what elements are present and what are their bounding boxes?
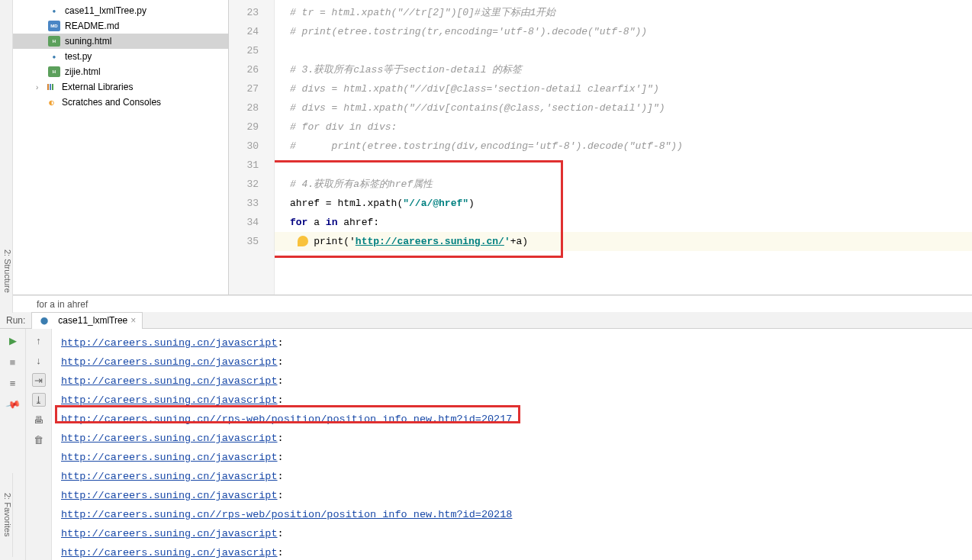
file-name: zijie.html <box>65 66 101 77</box>
intention-bulb-icon[interactable] <box>298 236 308 246</box>
line-number: 25 <box>229 41 274 60</box>
code-line[interactable]: # print(etree.tostring(tr,encoding='utf-… <box>275 22 972 41</box>
layout-button[interactable]: ≡ <box>6 376 20 390</box>
file-name: suning.html <box>65 36 111 47</box>
code-line[interactable]: # divs = html.xpath("//div[@class='secti… <box>275 79 972 98</box>
console-link[interactable]: http://careers.suning.cn/javascript <box>61 337 278 349</box>
console-link[interactable]: http://careers.suning.cn/javascript <box>61 528 278 539</box>
rerun-button[interactable]: ▶ <box>6 333 20 347</box>
line-number: 27 <box>229 79 274 98</box>
console-link[interactable]: http://careers.suning.cn/javascript <box>61 356 278 368</box>
code-line[interactable]: # tr = html.xpath("//tr[2]")[0]#这里下标由1开始 <box>275 3 972 22</box>
line-number: 23 <box>229 3 274 22</box>
markdown-file-icon: MD <box>48 21 60 31</box>
html-file-icon: H <box>48 36 60 47</box>
tree-file[interactable]: Hsuning.html <box>13 34 228 49</box>
python-file-icon: ● <box>48 51 60 62</box>
console-link[interactable]: http://careers.suning.cn/javascript <box>61 394 278 406</box>
breadcrumb[interactable]: for a in ahref <box>0 295 972 312</box>
run-tab-name: case11_lxmlTree <box>58 315 127 326</box>
console-line: http://careers.suning.cn/javascript: <box>61 543 972 560</box>
tree-file[interactable]: ●test.py <box>13 49 228 64</box>
scratches-consoles[interactable]: ◐Scratches and Consoles <box>13 95 228 110</box>
code-line[interactable]: # 4.获取所有a标签的href属性 <box>275 175 972 194</box>
code-editor[interactable]: # tr = html.xpath("//tr[2]")[0]#这里下标由1开始… <box>275 0 972 294</box>
tree-file[interactable]: Hzijie.html <box>13 64 228 79</box>
structure-tab[interactable]: 2: Structure <box>0 229 13 313</box>
console-output[interactable]: http://careers.suning.cn/javascript:http… <box>52 329 972 560</box>
code-line[interactable]: # print(etree.tostring(div,encoding='utf… <box>275 137 972 156</box>
code-line[interactable]: # 3.获取所有class等于section-detail 的标签 <box>275 60 972 79</box>
line-number: 32 <box>229 175 274 194</box>
project-tree-panel: ●case11_lxmlTree.pyMDREADME.mdHsuning.ht… <box>0 0 229 294</box>
scratches-icon: ◐ <box>45 97 57 108</box>
code-line[interactable]: for a in ahref: <box>275 213 972 232</box>
svg-rect-1 <box>50 84 51 90</box>
console-line: http://careers.suning.cn/javascript: <box>61 372 972 391</box>
line-number: 24 <box>229 22 274 41</box>
code-line[interactable]: ahref = html.xpath("//a/@href") <box>275 194 972 213</box>
close-icon[interactable]: × <box>130 315 136 326</box>
library-icon <box>45 82 57 92</box>
tree-file[interactable]: ●case11_lxmlTree.py <box>13 3 228 18</box>
file-name: README.md <box>65 21 119 31</box>
code-line[interactable] <box>275 156 972 175</box>
code-line[interactable] <box>275 41 972 60</box>
line-number: 33 <box>229 194 274 213</box>
html-file-icon: H <box>48 66 60 77</box>
run-tab[interactable]: ⬤ case11_lxmlTree × <box>31 312 143 329</box>
console-line: http://careers.suning.cn/javascript: <box>61 391 972 410</box>
up-button[interactable]: ↑ <box>32 333 46 347</box>
scratches-label: Scratches and Consoles <box>62 97 161 108</box>
svg-rect-2 <box>52 84 53 90</box>
console-line: http://careers.suning.cn/javascript: <box>61 429 972 448</box>
svg-rect-0 <box>47 84 49 90</box>
python-file-icon: ● <box>48 5 60 16</box>
editor-gutter: 23242526272829303132333435 <box>229 0 275 294</box>
code-line[interactable]: # for div in divs: <box>275 117 972 137</box>
line-number: 35 <box>229 232 274 251</box>
console-link[interactable]: http://careers.suning.cn/javascript <box>61 433 278 444</box>
console-line: http://careers.suning.cn//rps-web/positi… <box>61 410 972 429</box>
console-line: http://careers.suning.cn//rps-web/positi… <box>61 505 972 524</box>
line-number: 30 <box>229 137 274 156</box>
code-line[interactable]: print('http://careers.suning.cn/'+a) <box>275 232 972 251</box>
console-line: http://careers.suning.cn/javascript: <box>61 448 972 467</box>
python-icon: ⬤ <box>38 315 50 326</box>
scroll-end-button[interactable]: ⤓ <box>32 393 46 407</box>
console-link[interactable]: http://careers.suning.cn//rps-web/positi… <box>61 414 512 425</box>
console-line: http://careers.suning.cn/javascript: <box>61 486 972 505</box>
line-number: 34 <box>229 213 274 232</box>
external-libraries[interactable]: ›External Libraries <box>13 79 228 95</box>
run-label: Run: <box>0 315 31 326</box>
chevron-right-icon: › <box>36 83 45 92</box>
console-link[interactable]: http://careers.suning.cn/javascript <box>61 452 278 463</box>
console-link[interactable]: http://careers.suning.cn/javascript <box>61 490 278 501</box>
soft-wrap-button[interactable]: ⇥ <box>32 373 46 387</box>
console-line: http://careers.suning.cn/javascript: <box>61 333 972 352</box>
console-line: http://careers.suning.cn/javascript: <box>61 524 972 543</box>
file-name: test.py <box>65 51 92 62</box>
lib-label: External Libraries <box>62 82 133 92</box>
tree-file[interactable]: MDREADME.md <box>13 18 228 34</box>
print-button[interactable]: 🖶 <box>32 413 46 426</box>
line-number: 29 <box>229 117 274 137</box>
run-toolbar-right: ↑ ↓ ⇥ ⤓ 🖶 🗑 <box>26 329 52 560</box>
favorites-tab[interactable]: 2: Favorites <box>0 473 13 557</box>
line-number: 31 <box>229 156 274 175</box>
down-button[interactable]: ↓ <box>32 353 46 367</box>
stop-button[interactable]: ■ <box>6 355 20 369</box>
code-line[interactable]: # divs = html.xpath("//div[contains(@cla… <box>275 98 972 117</box>
trash-button[interactable]: 🗑 <box>32 433 46 446</box>
console-link[interactable]: http://careers.suning.cn/javascript <box>61 375 278 387</box>
console-link[interactable]: http://careers.suning.cn/javascript <box>61 547 278 558</box>
run-tab-bar: Run: ⬤ case11_lxmlTree × <box>0 312 972 329</box>
file-name: case11_lxmlTree.py <box>65 5 146 16</box>
pin-button[interactable]: 📌 <box>3 395 22 414</box>
console-line: http://careers.suning.cn/javascript: <box>61 352 972 372</box>
console-link[interactable]: http://careers.suning.cn/javascript <box>61 471 278 482</box>
line-number: 26 <box>229 60 274 79</box>
line-number: 28 <box>229 98 274 117</box>
console-line: http://careers.suning.cn/javascript: <box>61 467 972 486</box>
console-link[interactable]: http://careers.suning.cn//rps-web/positi… <box>61 509 512 520</box>
